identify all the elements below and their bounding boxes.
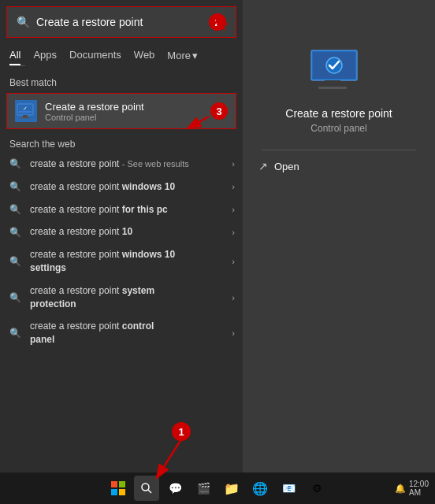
open-label: Open	[274, 161, 299, 172]
tab-all[interactable]: All	[9, 49, 20, 65]
taskbar-right: 🔔 12:00AM	[395, 480, 429, 497]
files-button[interactable]: 📁	[219, 476, 244, 501]
svg-rect-12	[111, 489, 117, 495]
best-match-subtitle: Control panel	[45, 113, 144, 122]
svg-rect-3	[19, 111, 32, 113]
web-item-7[interactable]: 🔍 create a restore point controlpanel ›	[0, 315, 243, 351]
best-match-title: Create a restore point	[45, 101, 144, 113]
tab-documents[interactable]: Documents	[69, 49, 121, 65]
search-icon-small-7: 🔍	[9, 328, 22, 339]
web-item-6[interactable]: 🔍 create a restore point systemprotectio…	[0, 280, 243, 316]
chevron-right-icon-5: ›	[232, 257, 235, 266]
taskbar: 💬 🎬 📁 🌐 📧 ⚙ 🔔 12:00AM	[0, 472, 435, 504]
svg-rect-2	[20, 117, 30, 119]
chevron-right-icon: ›	[232, 159, 235, 169]
restore-point-icon: ✓	[15, 100, 37, 122]
web-item-text-2: create a restore point windows 10	[30, 180, 224, 194]
tab-web[interactable]: Web	[134, 49, 155, 65]
mail-button[interactable]: 📧	[276, 476, 301, 501]
svg-rect-11	[119, 481, 125, 487]
web-item-text-5: create a restore point windows 10setting…	[30, 248, 224, 275]
svg-rect-10	[111, 481, 117, 487]
svg-line-15	[148, 490, 151, 493]
right-app-subtitle: Control panel	[310, 123, 366, 134]
web-section-label: Search the web	[0, 132, 243, 153]
time-display: 12:00AM	[409, 480, 429, 497]
svg-rect-1	[23, 115, 28, 117]
open-icon: ↗	[258, 160, 268, 172]
svg-rect-7	[325, 80, 340, 87]
search-icon-small-3: 🔍	[9, 204, 22, 215]
right-app-title: Create a restore point	[285, 107, 392, 120]
tabs-bar: All Apps Documents Web More ▾	[0, 44, 243, 65]
tab-more[interactable]: More ▾	[167, 49, 198, 65]
badge-2: 2	[209, 13, 226, 31]
best-match-item[interactable]: ✓ Create a restore point Control panel 3	[6, 93, 236, 129]
search-icon-small: 🔍	[9, 158, 22, 169]
search-panel: 🔍 Create a restore point 2 All Apps Docu…	[0, 0, 243, 472]
search-taskbar-button[interactable]	[134, 476, 159, 501]
web-item-text-7: create a restore point controlpanel	[30, 320, 224, 346]
chevron-right-icon-3: ›	[232, 205, 235, 214]
chevron-right-icon-4: ›	[232, 228, 235, 237]
tab-apps[interactable]: Apps	[33, 49, 57, 65]
svg-point-14	[142, 484, 149, 491]
app-icon	[307, 47, 370, 94]
web-item-text-6: create a restore point systemprotection	[30, 284, 224, 311]
web-item-1[interactable]: 🔍 create a restore point - See web resul…	[0, 153, 243, 176]
best-match-text: Create a restore point Control panel	[45, 101, 144, 122]
web-item-text-3: create a restore point for this pc	[30, 203, 224, 217]
browser-button[interactable]: 🌐	[247, 476, 273, 501]
search-query: Create a restore point	[36, 16, 203, 28]
web-item-3[interactable]: 🔍 create a restore point for this pc ›	[0, 198, 243, 221]
web-item-text-4: create a restore point 10	[30, 225, 224, 239]
web-item-5[interactable]: 🔍 create a restore point windows 10setti…	[0, 243, 243, 280]
web-item-4[interactable]: 🔍 create a restore point 10 ›	[0, 220, 243, 243]
widgets-button[interactable]: 💬	[162, 476, 188, 501]
chevron-right-icon-2: ›	[232, 182, 235, 191]
web-item-2[interactable]: 🔍 create a restore point windows 10 ›	[0, 176, 243, 198]
open-button[interactable]: ↗ Open	[258, 160, 299, 172]
divider	[262, 150, 415, 150]
search-box[interactable]: 🔍 Create a restore point 2	[6, 6, 236, 38]
best-match-label: Best match	[0, 69, 243, 93]
web-item-text-1: create a restore point - See web results	[30, 158, 224, 171]
start-button[interactable]	[106, 476, 131, 501]
search-icon-small-6: 🔍	[9, 292, 22, 303]
notification-icon: 🔔	[395, 484, 406, 494]
chevron-right-icon-6: ›	[232, 293, 235, 302]
badge-3: 3	[210, 102, 228, 120]
search-icon: 🔍	[17, 16, 30, 28]
svg-rect-13	[119, 489, 125, 495]
right-panel: Create a restore point Control panel ↗ O…	[243, 0, 435, 472]
svg-text:✓: ✓	[23, 106, 28, 111]
svg-rect-8	[318, 87, 347, 89]
settings-button[interactable]: ⚙	[304, 476, 329, 501]
chevron-down-icon: ▾	[192, 50, 198, 61]
search-icon-small-2: 🔍	[9, 181, 22, 192]
search-icon-small-4: 🔍	[9, 227, 22, 238]
chevron-right-icon-7: ›	[232, 328, 235, 338]
search-icon-small-5: 🔍	[9, 256, 22, 267]
video-button[interactable]: 🎬	[191, 476, 216, 501]
